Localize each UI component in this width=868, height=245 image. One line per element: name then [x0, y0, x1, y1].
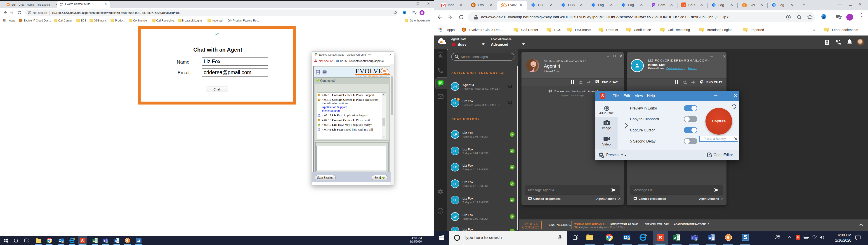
svg-text:T: T	[692, 236, 694, 240]
svg-text:X: X	[674, 236, 676, 240]
svg-text:C: C	[20, 20, 21, 22]
svg-text:IP: IP	[383, 70, 386, 73]
svg-text:X: X	[93, 239, 95, 242]
svg-text:S: S	[797, 236, 799, 239]
svg-text:S: S	[659, 235, 662, 241]
svg-text:W: W	[115, 239, 117, 242]
svg-text:T: T	[104, 240, 105, 242]
svg-text:S: S	[81, 239, 84, 243]
svg-text:W: W	[708, 236, 712, 240]
